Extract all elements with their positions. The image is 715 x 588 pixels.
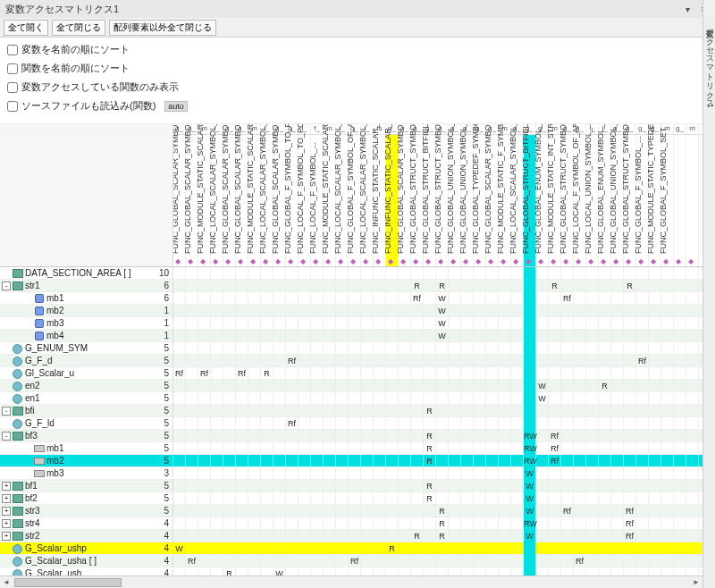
sort-icon[interactable]: ◆ bbox=[325, 257, 331, 265]
column-header[interactable]: ◆ bbox=[686, 135, 699, 266]
matrix-cell[interactable]: RW bbox=[524, 442, 536, 455]
matrix-cell[interactable] bbox=[399, 317, 411, 330]
matrix-cell[interactable] bbox=[386, 280, 399, 292]
matrix-cell[interactable] bbox=[349, 405, 361, 417]
variable-row-header[interactable]: mb41 bbox=[0, 330, 172, 342]
matrix-cell[interactable] bbox=[436, 417, 449, 430]
matrix-cell[interactable] bbox=[211, 517, 223, 530]
matrix-cell[interactable] bbox=[286, 267, 299, 280]
variable-row-header[interactable]: mb21 bbox=[0, 305, 172, 317]
matrix-cell[interactable] bbox=[549, 330, 561, 342]
matrix-cell[interactable] bbox=[474, 342, 486, 355]
matrix-cell[interactable] bbox=[486, 467, 499, 480]
matrix-cell[interactable] bbox=[273, 442, 286, 455]
matrix-cell[interactable] bbox=[361, 355, 374, 367]
matrix-cell[interactable]: W bbox=[536, 380, 549, 392]
matrix-cell[interactable] bbox=[661, 330, 674, 342]
matrix-cell[interactable]: R bbox=[624, 280, 636, 292]
matrix-cell[interactable] bbox=[674, 330, 686, 342]
sort-icon[interactable]: ◆ bbox=[613, 257, 618, 265]
matrix-cell[interactable] bbox=[374, 517, 386, 530]
matrix-cell[interactable]: Rf bbox=[624, 517, 636, 530]
matrix-cell[interactable] bbox=[474, 517, 486, 530]
matrix-cell[interactable] bbox=[636, 505, 649, 517]
matrix-cell[interactable] bbox=[173, 392, 186, 405]
matrix-cell[interactable] bbox=[223, 480, 236, 492]
matrix-cell[interactable] bbox=[474, 267, 486, 280]
matrix-cell[interactable]: R bbox=[424, 455, 436, 467]
matrix-cell[interactable] bbox=[511, 292, 524, 305]
matrix-cell[interactable] bbox=[586, 392, 599, 405]
matrix-cell[interactable] bbox=[349, 392, 361, 405]
matrix-cell[interactable] bbox=[611, 355, 624, 367]
sort-icon[interactable]: ◆ bbox=[513, 257, 518, 265]
matrix-cell[interactable] bbox=[186, 380, 198, 392]
matrix-cell[interactable] bbox=[661, 530, 674, 542]
matrix-cell[interactable] bbox=[361, 317, 374, 330]
matrix-cell[interactable] bbox=[574, 292, 586, 305]
matrix-cell[interactable] bbox=[186, 530, 198, 542]
matrix-cell[interactable] bbox=[461, 555, 474, 567]
matrix-cell[interactable] bbox=[324, 280, 336, 292]
matrix-cell[interactable] bbox=[324, 555, 336, 567]
matrix-cell[interactable] bbox=[586, 517, 599, 530]
matrix-cell[interactable] bbox=[261, 517, 273, 530]
matrix-cell[interactable] bbox=[561, 280, 574, 292]
matrix-cell[interactable] bbox=[474, 430, 486, 442]
matrix-cell[interactable] bbox=[324, 467, 336, 480]
matrix-cell[interactable] bbox=[261, 355, 273, 367]
matrix-cell[interactable] bbox=[273, 292, 286, 305]
matrix-cell[interactable] bbox=[311, 330, 324, 342]
matrix-cell[interactable] bbox=[386, 292, 399, 305]
matrix-cell[interactable] bbox=[248, 555, 261, 567]
matrix-cell[interactable] bbox=[536, 555, 549, 567]
matrix-cell[interactable] bbox=[499, 355, 511, 367]
matrix-cell[interactable] bbox=[511, 530, 524, 542]
matrix-cell[interactable] bbox=[186, 517, 198, 530]
matrix-cell[interactable] bbox=[273, 355, 286, 367]
matrix-cell[interactable] bbox=[536, 505, 549, 517]
matrix-cell[interactable] bbox=[436, 467, 449, 480]
matrix-cell[interactable] bbox=[549, 367, 561, 380]
matrix-cell[interactable] bbox=[286, 330, 299, 342]
matrix-cell[interactable]: Rf bbox=[561, 292, 574, 305]
matrix-cell[interactable] bbox=[624, 430, 636, 442]
matrix-cell[interactable] bbox=[211, 417, 223, 430]
matrix-cell[interactable] bbox=[286, 530, 299, 542]
side-tab[interactable]: 変数アクセスマトリクス1 bbox=[702, 18, 715, 588]
matrix-cell[interactable] bbox=[561, 405, 574, 417]
matrix-cell[interactable] bbox=[624, 542, 636, 555]
matrix-cell[interactable] bbox=[361, 480, 374, 492]
matrix-cell[interactable] bbox=[574, 355, 586, 367]
matrix-cell[interactable] bbox=[474, 405, 486, 417]
matrix-cell[interactable] bbox=[461, 280, 474, 292]
variable-row-header[interactable]: +bf15 bbox=[0, 480, 172, 492]
matrix-cell[interactable] bbox=[636, 542, 649, 555]
sort-icon[interactable]: ◆ bbox=[626, 257, 631, 265]
matrix-cell[interactable] bbox=[411, 517, 424, 530]
matrix-cell[interactable] bbox=[223, 492, 236, 505]
variable-row-header[interactable]: mb25 bbox=[0, 455, 172, 467]
matrix-cell[interactable] bbox=[261, 380, 273, 392]
matrix-cell[interactable] bbox=[424, 392, 436, 405]
matrix-cell[interactable] bbox=[236, 330, 248, 342]
matrix-cell[interactable] bbox=[236, 380, 248, 392]
matrix-cell[interactable] bbox=[336, 480, 349, 492]
matrix-cell[interactable] bbox=[236, 430, 248, 442]
matrix-cell[interactable] bbox=[511, 392, 524, 405]
matrix-cell[interactable] bbox=[486, 292, 499, 305]
matrix-cell[interactable] bbox=[624, 492, 636, 505]
matrix-cell[interactable] bbox=[273, 367, 286, 380]
matrix-cell[interactable] bbox=[424, 380, 436, 392]
matrix-cell[interactable] bbox=[461, 517, 474, 530]
matrix-cell[interactable] bbox=[273, 517, 286, 530]
matrix-cell[interactable] bbox=[499, 442, 511, 455]
matrix-cell[interactable] bbox=[611, 367, 624, 380]
matrix-cell[interactable] bbox=[511, 430, 524, 442]
matrix-cell[interactable] bbox=[511, 317, 524, 330]
matrix-cell[interactable] bbox=[324, 317, 336, 330]
matrix-cell[interactable] bbox=[211, 442, 223, 455]
matrix-cell[interactable] bbox=[186, 267, 198, 280]
sort-icon[interactable]: ◆ bbox=[263, 257, 268, 265]
matrix-cell[interactable] bbox=[649, 530, 661, 542]
